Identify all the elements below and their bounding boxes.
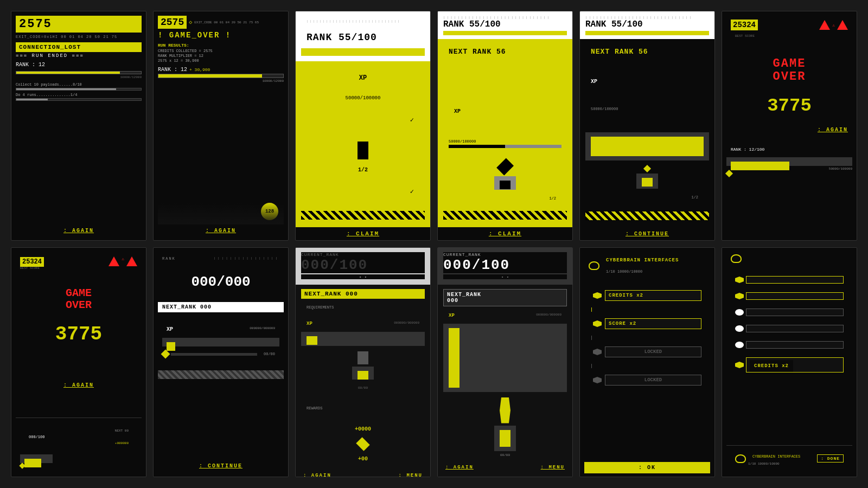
- xp-header: XP 000000/000000: [443, 309, 567, 323]
- list-dot-4: [735, 325, 744, 332]
- list-dot-2: [735, 293, 744, 299]
- list-bar-5: [746, 341, 844, 349]
- timeline-connector-2: [591, 336, 592, 340]
- again-button[interactable]: : AGAIN: [16, 378, 142, 393]
- done-button[interactable]: : DONE: [817, 454, 844, 463]
- warning-triangle-right: [837, 20, 848, 30]
- rank-gain: + 30,900: [189, 67, 210, 72]
- menu-button[interactable]: : MENU: [397, 471, 425, 477]
- credits-label: CREDITS x2: [750, 360, 793, 372]
- next-rank-dark-body: NEXT RANK 56 XP 50000/100000 1/2: [580, 39, 714, 228]
- list-bar-4: [746, 325, 844, 332]
- rank-card: ||||||||||||||||||||||||||||| RANK 55/10…: [296, 11, 430, 61]
- big-score: 3775: [16, 319, 142, 350]
- list-dot-5: [735, 342, 744, 348]
- screen-connection-lost: 2575 EXIT_CODE=0x1HI 00 01 04 20 50 21 7…: [11, 11, 146, 241]
- list-dot-credits: [735, 362, 744, 368]
- rewards-label: REWARDS: [301, 402, 425, 416]
- ok-button[interactable]: : OK: [584, 462, 710, 473]
- credits-x2-button[interactable]: CREDITS x2: [605, 290, 701, 301]
- task-row-1: Collect 10 payloads......8/10: [16, 82, 142, 87]
- top-score-area: 25324 BEST SCORE ⚠: [16, 252, 142, 274]
- score-x2-button[interactable]: SCORE x2: [605, 318, 701, 329]
- xp-section: XP 000000/000000 00/00: [158, 318, 284, 365]
- game-over-text: GAMEOVER: [726, 53, 852, 88]
- item-bar: [171, 353, 257, 356]
- run-ended-label: === RUN ENDED ===: [16, 53, 142, 59]
- again-button[interactable]: : AGAIN: [443, 463, 476, 472]
- screen-game-over-yellow: 2575 ◇ EXIT_CODE 00 01 04 20 50 21 75 65…: [153, 11, 289, 241]
- item-icon: [500, 397, 510, 423]
- diamond-row: 0000000: [20, 464, 137, 468]
- xp-bar: [585, 132, 709, 161]
- continue-button[interactable]: : CONTINUE: [158, 460, 284, 472]
- game-over-text: GAMEOVER: [16, 283, 142, 316]
- diamond-icon: [161, 350, 170, 359]
- claim-button[interactable]: : CLAIM: [438, 227, 572, 240]
- timeline-dot-1: [593, 292, 602, 299]
- rank-body: NEXT_RANK 000 REQUIREMENTS XP 000000/000…: [296, 285, 430, 477]
- screen-next-rank-dark: |||||||||||||||||||||||||||||| RANK 55/1…: [579, 11, 715, 241]
- screen-list: CREDITS x2 CYBERBRAIN INTERFACES 1/10 10…: [722, 247, 857, 477]
- warning-area: ⚠: [108, 256, 137, 270]
- warning-triangle-left: [819, 20, 830, 30]
- requirements-label: REQUIREMENTS: [301, 301, 425, 316]
- score-label: BEST SCORE: [731, 30, 759, 42]
- xp-bar: [301, 332, 425, 346]
- menu-button[interactable]: : MENU: [539, 463, 567, 472]
- item-value: 1/2: [353, 163, 373, 181]
- xp-section: XP 50000/100000: [443, 100, 567, 154]
- again-button[interactable]: : AGAIN: [158, 226, 284, 236]
- hazard-stripe: [443, 211, 567, 220]
- xp-label: XP: [449, 104, 561, 140]
- exit-code: EXIT_CODE=0x1HI 00 01 04 20 50 21 75: [16, 35, 142, 39]
- score-label: BEST SCORE: [20, 266, 44, 270]
- claim-button[interactable]: : CLAIM: [296, 227, 430, 240]
- credits-box: CREDITS x2: [746, 357, 844, 373]
- warning-icon: ⚠: [832, 23, 835, 28]
- item-fill: [642, 178, 653, 187]
- screen-game-over-small: 25324 BEST SCORE ⚠ GAMEOVER 3775 : AGAIN…: [11, 247, 146, 477]
- rank-bar-yellow: [443, 31, 567, 35]
- diamond-icon: [725, 170, 733, 177]
- xp-bar: [449, 145, 561, 148]
- again-button[interactable]: : AGAIN: [726, 123, 852, 137]
- xp-label: XP: [354, 70, 372, 88]
- diamond-icon: [496, 158, 514, 176]
- check-icon-2: ✓: [405, 183, 419, 201]
- again-button[interactable]: : AGAIN: [301, 471, 334, 477]
- item-fill: [358, 371, 368, 380]
- cyber-info: CYBERBRAIN INTERFACES 1/10 10000/10000: [602, 254, 683, 277]
- rank-big: 000/100: [301, 257, 425, 273]
- top-row: [726, 251, 852, 266]
- warn-icon: ⚠: [122, 256, 124, 270]
- brain-icon: [589, 261, 599, 270]
- rank-big: 000/100: [443, 257, 567, 273]
- again-button[interactable]: : AGAIN: [16, 226, 142, 236]
- credits-collected: CREDITS COLLECTED = 2575: [158, 49, 284, 53]
- cyber-row: CYBERBRAIN INTERFACES 1/10 10000/10000 :…: [731, 448, 848, 469]
- barcode: ||||||||||||||||||||||||||||||: [443, 16, 567, 20]
- warn-right: [126, 256, 137, 266]
- fraction: 00/00: [500, 453, 510, 457]
- item-fraction: 1/2: [544, 192, 561, 206]
- hazard-stripe: [301, 211, 425, 220]
- rank-title: RANK 55/100: [443, 20, 567, 29]
- timeline-dot-2: [593, 320, 602, 327]
- item-row: 00/00: [162, 348, 279, 361]
- reward-row: +0000 +00: [301, 418, 425, 471]
- item-icon: [358, 142, 368, 159]
- xp-sub: 50000/100000: [449, 139, 561, 144]
- screen-grid: 2575 EXIT_CODE=0x1HI 00 01 04 20 50 21 7…: [5, 5, 863, 483]
- diamond-icon: [19, 463, 25, 468]
- item-row: 1/2: [585, 162, 709, 210]
- rank-card: |||||||||||||||||||||||||||||| RANK 55/1…: [438, 11, 572, 39]
- timeline-item-locked-2: LOCKED: [589, 371, 706, 389]
- top-score-area: 25324 BEST SCORE ⚠: [726, 16, 852, 47]
- timeline-connector-3: [591, 364, 592, 368]
- screen-rank-dark2: CURRENT_RANK 000/100 • • NEXT_RANK000 XP…: [437, 247, 573, 477]
- continue-button[interactable]: : CONTINUE: [580, 228, 714, 240]
- item-row: [726, 171, 852, 176]
- list-dot-1: [735, 277, 744, 283]
- xp-label: XP: [585, 74, 709, 103]
